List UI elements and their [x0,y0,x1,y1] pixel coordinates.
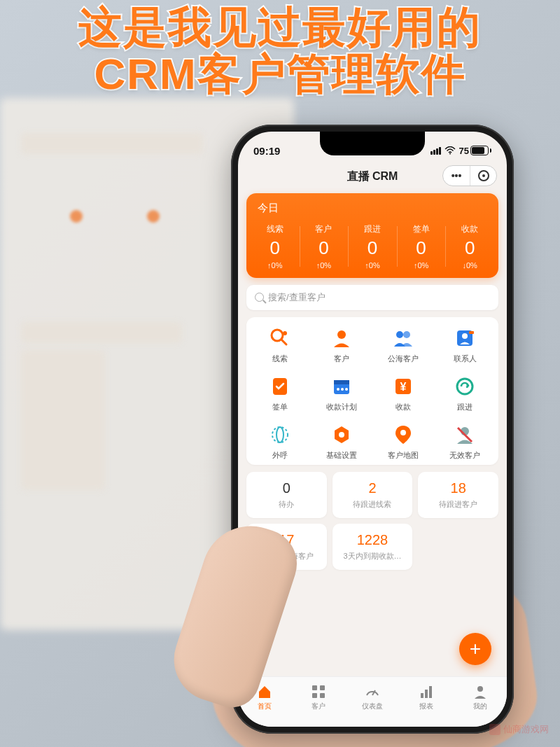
tab-label: 仪表盘 [362,701,383,711]
stat-sign[interactable]: 签单 0 ↑0% [397,222,446,271]
stat-delta: ↑0% [397,261,446,270]
tile-pending-leads[interactable]: 2 待跟进线索 [332,472,413,518]
stat-label: 签单 [397,223,446,235]
app-label: 线索 [272,354,288,364]
leads-icon [269,327,291,349]
search-placeholder: 搜索/查重客户 [268,291,326,304]
stat-value: 0 [348,238,397,258]
grid-icon [311,684,326,699]
tile-pending-customers[interactable]: 18 待跟进客户 [418,472,498,518]
battery-percent: 75 [459,146,469,156]
app-title: 直播 CRM [347,169,398,184]
me-icon [472,684,488,699]
svg-point-3 [283,331,287,335]
stat-value: 0 [251,238,300,258]
stat-value: 0 [300,238,349,258]
stat-payment[interactable]: 收款 0 ↓0% [445,222,494,271]
stat-delta: ↑0% [251,261,300,270]
add-fab-button[interactable]: + [459,633,491,665]
svg-point-4 [337,330,346,339]
invalid-customer-icon [454,424,476,446]
public-customer-icon [392,327,414,349]
bg-shape [147,210,160,223]
today-summary-card[interactable]: 今日 线索 0 ↑0% 客户 0 ↑0% 跟进 0 ↑0% [246,193,498,278]
svg-point-18 [457,379,472,394]
battery-icon: 75 [459,146,491,156]
svg-text:¥: ¥ [400,381,407,393]
svg-rect-31 [421,693,424,698]
tile-number: 2 [337,480,409,496]
app-contact[interactable]: 联系人 [434,327,496,364]
stat-label: 收款 [445,223,494,235]
stat-delta: ↑0% [300,261,349,270]
phone-frame: 09:19 75 直播 CRM ••• 今日 线索 [231,125,514,734]
home-icon [257,684,272,699]
app-settings[interactable]: 基础设置 [311,424,372,461]
watermark-text: 仙商游戏网 [503,723,549,736]
payment-icon: ¥ [392,375,414,398]
stat-customers[interactable]: 客户 0 ↑0% [300,222,349,271]
stat-followup[interactable]: 跟进 0 ↑0% [348,222,397,271]
app-label: 外呼 [272,450,288,461]
app-payment-plan[interactable]: 收款计划 [311,375,372,412]
svg-point-14 [341,388,344,391]
svg-rect-26 [312,685,317,690]
plus-icon: + [470,638,481,660]
more-button[interactable]: ••• [443,165,470,186]
contact-icon [454,327,476,349]
svg-rect-32 [425,690,428,698]
app-label: 客户地图 [388,450,419,461]
app-leads[interactable]: 线索 [249,327,311,364]
svg-rect-9 [469,331,474,334]
app-customer[interactable]: 客户 [311,327,372,364]
close-button[interactable] [470,165,496,186]
bg-shape [21,322,182,343]
tab-label: 我的 [473,701,487,711]
stat-value: 0 [445,238,494,258]
signal-icon [430,147,441,155]
settings-icon [330,424,353,446]
stat-leads[interactable]: 线索 0 ↑0% [251,222,300,271]
stat-delta: ↑0% [348,261,397,270]
app-invalid-customer[interactable]: 无效客户 [434,424,496,461]
tab-dashboard[interactable]: 仪表盘 [346,677,400,718]
phone-screen: 09:19 75 直播 CRM ••• 今日 线索 [238,132,507,727]
search-icon [255,293,264,302]
svg-point-22 [339,432,344,438]
tile-number: 18 [422,480,494,496]
app-payment[interactable]: ¥ 收款 [372,375,434,412]
app-label: 客户 [334,354,349,364]
tab-report[interactable]: 报表 [399,677,453,718]
bg-shape [21,133,203,154]
app-outbound[interactable]: 外呼 [249,424,311,461]
app-label: 跟进 [457,402,472,412]
tab-label: 首页 [258,701,272,711]
app-customer-map[interactable]: 客户地图 [372,424,434,461]
app-label: 签单 [272,402,288,412]
svg-point-6 [403,331,410,338]
svg-point-23 [400,430,406,435]
tile-todo[interactable]: 0 待办 [246,472,327,518]
svg-rect-27 [320,685,325,690]
app-public-customer[interactable]: 公海客户 [372,327,434,364]
search-input[interactable]: 搜索/查重客户 [246,285,498,310]
stat-value: 0 [397,238,446,258]
tab-customer[interactable]: 客户 [292,677,346,718]
svg-rect-28 [312,693,317,698]
tile-due-payment[interactable]: 1228 3天内到期收款… [332,524,413,570]
tab-label: 报表 [419,701,433,711]
stat-label: 线索 [251,223,300,235]
miniprogram-controls: ••• [442,165,497,186]
stat-delta: ↓0% [445,261,494,270]
app-sign[interactable]: 签单 [249,375,311,412]
app-followup[interactable]: 跟进 [434,375,496,412]
svg-point-13 [337,388,340,391]
svg-line-2 [281,340,286,344]
bg-shape [21,350,105,490]
svg-point-20 [276,427,284,442]
stats-row: 线索 0 ↑0% 客户 0 ↑0% 跟进 0 ↑0% 签单 0 ↑0% [251,222,494,271]
dashboard-icon [365,684,380,699]
watermark: 仙商游戏网 [489,723,549,736]
tab-me[interactable]: 我的 [453,677,507,718]
nav-header: 直播 CRM ••• [238,162,507,190]
